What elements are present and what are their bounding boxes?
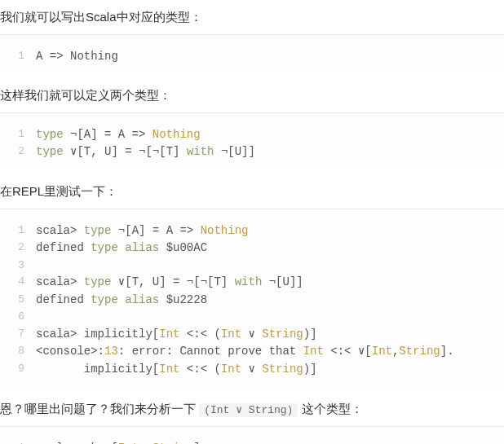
inline-code-type: (Int ∨ String) bbox=[199, 403, 298, 417]
code-line: 2defined type alias $u00AC bbox=[0, 240, 504, 257]
line-number: 2 bbox=[0, 240, 36, 257]
code-content: defined type alias $u00AC bbox=[36, 240, 504, 257]
text-post: 这个类型： bbox=[298, 402, 362, 415]
paragraph-define-two-types: 这样我们就可以定义两个类型： bbox=[0, 78, 504, 113]
code-content: scala> implicitly[Int <:< (Int ∨ String)… bbox=[36, 326, 504, 344]
line-number: 7 bbox=[0, 326, 36, 344]
line-number: 8 bbox=[0, 343, 36, 361]
code-content bbox=[36, 257, 504, 274]
code-line: 1A => Nothing bbox=[0, 48, 504, 66]
code-line: 8<console>:13: error: Cannot prove that … bbox=[0, 343, 504, 361]
line-number: 1 bbox=[0, 222, 36, 240]
code-line: 2type ∨[T, U] = ¬[¬[T] with ¬[U]] bbox=[0, 143, 504, 161]
code-line: 1type ¬[A] = A => Nothing bbox=[0, 126, 504, 144]
code-content: scala> :k ∨[Int, String] bbox=[36, 440, 504, 444]
text: 这样我们就可以定义两个类型： bbox=[0, 88, 171, 102]
code-content: type ¬[A] = A => Nothing bbox=[36, 126, 504, 144]
code-content: scala> type ∨[T, U] = ¬[¬[T] with ¬[U]] bbox=[36, 274, 504, 292]
line-number: 4 bbox=[0, 274, 36, 292]
code-line: 6 bbox=[0, 309, 504, 325]
code-line: 1scala> :k ∨[Int, String] bbox=[0, 440, 504, 444]
code-line: 1scala> type ¬[A] = A => Nothing bbox=[0, 222, 504, 240]
text: 我们就可以写出Scala中对应的类型： bbox=[0, 10, 202, 24]
line-number: 1 bbox=[0, 440, 36, 444]
code-line: 7scala> implicitly[Int <:< (Int ∨ String… bbox=[0, 326, 504, 344]
text-pre: 恩？哪里出问题了？我们来分析一下 bbox=[0, 402, 199, 415]
code-block-4: 1scala> :k ∨[Int, String] bbox=[0, 433, 504, 444]
line-number: 1 bbox=[0, 48, 36, 66]
line-number: 5 bbox=[0, 292, 36, 310]
code-content: A => Nothing bbox=[36, 48, 504, 66]
text: 在REPL里测试一下： bbox=[0, 184, 117, 198]
paragraph-repl-test: 在REPL里测试一下： bbox=[0, 174, 504, 209]
line-number: 3 bbox=[0, 257, 36, 274]
code-block-2: 1type ¬[A] = A => Nothing2type ∨[T, U] =… bbox=[0, 120, 504, 168]
code-line: 4scala> type ∨[T, U] = ¬[¬[T] with ¬[U]] bbox=[0, 274, 504, 292]
paragraph-analysis: 恩？哪里出问题了？我们来分析一下 (Int ∨ String) 这个类型： bbox=[0, 392, 504, 427]
code-block-3: 1scala> type ¬[A] = A => Nothing2defined… bbox=[0, 216, 504, 385]
code-line: 3 bbox=[0, 257, 504, 274]
code-content: <console>:13: error: Cannot prove that I… bbox=[36, 343, 504, 361]
code-line: 9 implicitly[Int <:< (Int ∨ String)] bbox=[0, 361, 504, 379]
paragraph-intro-types: 我们就可以写出Scala中对应的类型： bbox=[0, 0, 504, 35]
line-number: 2 bbox=[0, 143, 36, 161]
code-content: defined type alias $u2228 bbox=[36, 292, 504, 310]
line-number: 6 bbox=[0, 309, 36, 325]
code-content: scala> type ¬[A] = A => Nothing bbox=[36, 222, 504, 240]
code-content bbox=[36, 309, 504, 325]
line-number: 9 bbox=[0, 361, 36, 379]
code-line: 5defined type alias $u2228 bbox=[0, 292, 504, 310]
code-block-1: 1A => Nothing bbox=[0, 42, 504, 73]
code-content: type ∨[T, U] = ¬[¬[T] with ¬[U]] bbox=[36, 143, 504, 161]
code-content: implicitly[Int <:< (Int ∨ String)] bbox=[36, 361, 504, 379]
line-number: 1 bbox=[0, 126, 36, 144]
